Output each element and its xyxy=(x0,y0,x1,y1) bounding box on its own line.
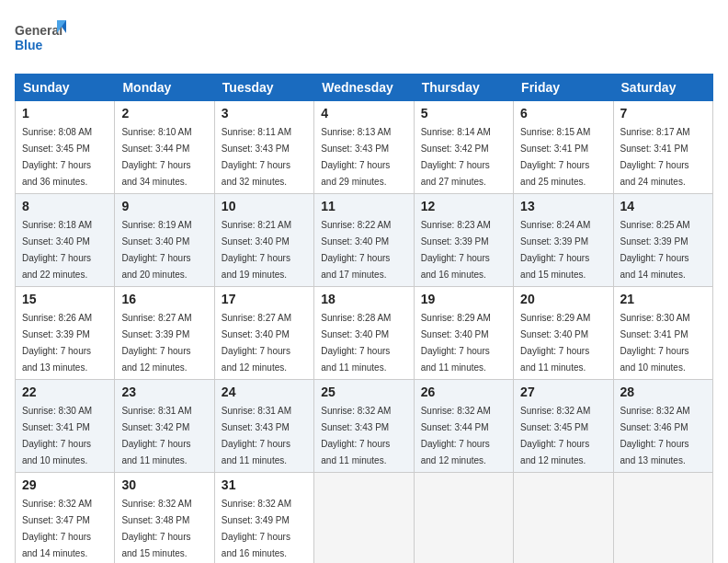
col-header-tuesday: Tuesday xyxy=(214,75,313,101)
day-number: 7 xyxy=(620,106,706,121)
day-info: Sunrise: 8:32 AMSunset: 3:43 PMDaylight:… xyxy=(321,406,391,465)
calendar-cell: 30Sunrise: 8:32 AMSunset: 3:48 PMDayligh… xyxy=(115,473,214,564)
day-number: 25 xyxy=(321,385,406,399)
day-number: 6 xyxy=(520,106,606,121)
day-info: Sunrise: 8:30 AMSunset: 3:41 PMDaylight:… xyxy=(22,406,92,465)
day-number: 30 xyxy=(121,477,207,492)
day-info: Sunrise: 8:29 AMSunset: 3:40 PMDaylight:… xyxy=(421,313,491,373)
day-number: 29 xyxy=(22,477,108,492)
day-info: Sunrise: 8:24 AMSunset: 3:39 PMDaylight:… xyxy=(520,220,590,280)
day-number: 22 xyxy=(22,385,108,399)
col-header-sunday: Sunday xyxy=(16,75,115,101)
day-number: 2 xyxy=(121,106,207,121)
col-header-saturday: Saturday xyxy=(613,75,712,101)
calendar-cell: 13Sunrise: 8:24 AMSunset: 3:39 PMDayligh… xyxy=(514,194,613,287)
calendar-cell: 5Sunrise: 8:14 AMSunset: 3:42 PMDaylight… xyxy=(414,101,513,194)
calendar-cell: 29Sunrise: 8:32 AMSunset: 3:47 PMDayligh… xyxy=(16,473,115,564)
day-number: 24 xyxy=(222,385,307,399)
calendar-cell: 21Sunrise: 8:30 AMSunset: 3:41 PMDayligh… xyxy=(613,287,712,380)
header-row: SundayMondayTuesdayWednesdayThursdayFrid… xyxy=(16,75,713,101)
day-number: 20 xyxy=(520,292,606,306)
day-number: 14 xyxy=(620,199,706,213)
day-number: 19 xyxy=(421,292,506,306)
day-number: 28 xyxy=(620,385,706,399)
calendar-cell: 14Sunrise: 8:25 AMSunset: 3:39 PMDayligh… xyxy=(613,194,712,287)
calendar-cell xyxy=(414,473,513,564)
logo: General Blue xyxy=(15,15,70,64)
day-number: 13 xyxy=(520,199,606,213)
day-info: Sunrise: 8:32 AMSunset: 3:48 PMDaylight:… xyxy=(121,499,191,558)
calendar-cell: 23Sunrise: 8:31 AMSunset: 3:42 PMDayligh… xyxy=(115,380,214,473)
col-header-monday: Monday xyxy=(115,75,214,101)
day-number: 12 xyxy=(421,199,506,213)
week-row-3: 15Sunrise: 8:26 AMSunset: 3:39 PMDayligh… xyxy=(16,287,713,380)
calendar-cell: 27Sunrise: 8:32 AMSunset: 3:45 PMDayligh… xyxy=(514,380,613,473)
calendar-table: SundayMondayTuesdayWednesdayThursdayFrid… xyxy=(15,74,713,563)
calendar-cell: 18Sunrise: 8:28 AMSunset: 3:40 PMDayligh… xyxy=(314,287,414,380)
calendar-cell: 6Sunrise: 8:15 AMSunset: 3:41 PMDaylight… xyxy=(514,101,613,194)
calendar-cell xyxy=(514,473,613,564)
calendar-cell: 31Sunrise: 8:32 AMSunset: 3:49 PMDayligh… xyxy=(214,473,313,564)
day-info: Sunrise: 8:22 AMSunset: 3:40 PMDaylight:… xyxy=(321,220,391,280)
col-header-friday: Friday xyxy=(514,75,613,101)
day-number: 10 xyxy=(222,199,307,213)
logo-icon: General Blue xyxy=(15,15,70,61)
day-number: 26 xyxy=(421,385,506,399)
day-number: 5 xyxy=(421,106,506,121)
day-info: Sunrise: 8:30 AMSunset: 3:41 PMDaylight:… xyxy=(620,313,690,373)
day-info: Sunrise: 8:25 AMSunset: 3:39 PMDaylight:… xyxy=(620,220,690,280)
day-number: 1 xyxy=(22,106,108,121)
svg-text:General: General xyxy=(15,23,63,38)
calendar-cell: 16Sunrise: 8:27 AMSunset: 3:39 PMDayligh… xyxy=(115,287,214,380)
day-info: Sunrise: 8:27 AMSunset: 3:39 PMDaylight:… xyxy=(121,313,191,373)
day-info: Sunrise: 8:13 AMSunset: 3:43 PMDaylight:… xyxy=(321,127,391,187)
calendar-cell: 17Sunrise: 8:27 AMSunset: 3:40 PMDayligh… xyxy=(214,287,313,380)
calendar-cell: 15Sunrise: 8:26 AMSunset: 3:39 PMDayligh… xyxy=(16,287,115,380)
day-info: Sunrise: 8:32 AMSunset: 3:45 PMDaylight:… xyxy=(520,406,590,465)
day-number: 16 xyxy=(121,292,207,306)
day-info: Sunrise: 8:08 AMSunset: 3:45 PMDaylight:… xyxy=(22,127,92,187)
day-number: 15 xyxy=(22,292,108,306)
day-info: Sunrise: 8:18 AMSunset: 3:40 PMDaylight:… xyxy=(22,220,92,280)
calendar-cell: 10Sunrise: 8:21 AMSunset: 3:40 PMDayligh… xyxy=(214,194,313,287)
day-number: 31 xyxy=(222,477,307,492)
week-row-1: 1Sunrise: 8:08 AMSunset: 3:45 PMDaylight… xyxy=(16,101,713,194)
col-header-thursday: Thursday xyxy=(414,75,513,101)
day-info: Sunrise: 8:31 AMSunset: 3:43 PMDaylight:… xyxy=(222,406,291,465)
day-info: Sunrise: 8:31 AMSunset: 3:42 PMDaylight:… xyxy=(121,406,191,465)
calendar-cell: 4Sunrise: 8:13 AMSunset: 3:43 PMDaylight… xyxy=(314,101,414,194)
day-info: Sunrise: 8:11 AMSunset: 3:43 PMDaylight:… xyxy=(222,127,291,187)
calendar-cell: 1Sunrise: 8:08 AMSunset: 3:45 PMDaylight… xyxy=(16,101,115,194)
week-row-2: 8Sunrise: 8:18 AMSunset: 3:40 PMDaylight… xyxy=(16,194,713,287)
calendar-cell: 25Sunrise: 8:32 AMSunset: 3:43 PMDayligh… xyxy=(314,380,414,473)
calendar-cell: 3Sunrise: 8:11 AMSunset: 3:43 PMDaylight… xyxy=(214,101,313,194)
day-number: 27 xyxy=(520,385,606,399)
calendar-cell: 11Sunrise: 8:22 AMSunset: 3:40 PMDayligh… xyxy=(314,194,414,287)
col-header-wednesday: Wednesday xyxy=(314,75,414,101)
calendar-cell: 26Sunrise: 8:32 AMSunset: 3:44 PMDayligh… xyxy=(414,380,513,473)
calendar-cell: 24Sunrise: 8:31 AMSunset: 3:43 PMDayligh… xyxy=(214,380,313,473)
calendar-cell: 19Sunrise: 8:29 AMSunset: 3:40 PMDayligh… xyxy=(414,287,513,380)
day-number: 17 xyxy=(222,292,307,306)
calendar-cell xyxy=(314,473,414,564)
calendar-cell: 28Sunrise: 8:32 AMSunset: 3:46 PMDayligh… xyxy=(613,380,712,473)
week-row-4: 22Sunrise: 8:30 AMSunset: 3:41 PMDayligh… xyxy=(16,380,713,473)
day-number: 18 xyxy=(321,292,406,306)
day-info: Sunrise: 8:32 AMSunset: 3:46 PMDaylight:… xyxy=(620,406,690,465)
day-info: Sunrise: 8:29 AMSunset: 3:40 PMDaylight:… xyxy=(520,313,590,373)
calendar-cell: 7Sunrise: 8:17 AMSunset: 3:41 PMDaylight… xyxy=(613,101,712,194)
day-number: 23 xyxy=(121,385,207,399)
day-info: Sunrise: 8:27 AMSunset: 3:40 PMDaylight:… xyxy=(222,313,291,373)
day-info: Sunrise: 8:32 AMSunset: 3:49 PMDaylight:… xyxy=(222,499,291,558)
day-info: Sunrise: 8:15 AMSunset: 3:41 PMDaylight:… xyxy=(520,127,590,187)
day-info: Sunrise: 8:17 AMSunset: 3:41 PMDaylight:… xyxy=(620,127,690,187)
day-number: 3 xyxy=(222,106,307,121)
calendar-cell: 8Sunrise: 8:18 AMSunset: 3:40 PMDaylight… xyxy=(16,194,115,287)
calendar-cell: 20Sunrise: 8:29 AMSunset: 3:40 PMDayligh… xyxy=(514,287,613,380)
day-number: 21 xyxy=(620,292,706,306)
calendar-cell xyxy=(613,473,712,564)
day-info: Sunrise: 8:32 AMSunset: 3:47 PMDaylight:… xyxy=(22,499,92,558)
day-number: 8 xyxy=(22,199,108,213)
week-row-5: 29Sunrise: 8:32 AMSunset: 3:47 PMDayligh… xyxy=(16,473,713,564)
calendar-cell: 9Sunrise: 8:19 AMSunset: 3:40 PMDaylight… xyxy=(115,194,214,287)
